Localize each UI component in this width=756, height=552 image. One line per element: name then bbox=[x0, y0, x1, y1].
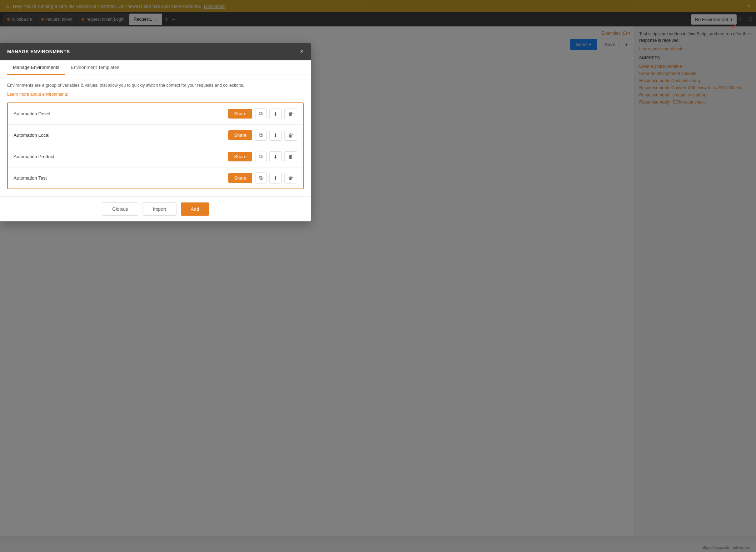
env-name[interactable]: Automation Local bbox=[14, 132, 228, 138]
duplicate-button-test[interactable]: ⧉ bbox=[255, 172, 267, 184]
env-actions: Share ⧉ ⬇ 🗑 bbox=[228, 108, 297, 119]
duplicate-button-devel[interactable]: ⧉ bbox=[255, 108, 267, 119]
env-name[interactable]: Automation Product bbox=[14, 154, 228, 159]
share-button-test[interactable]: Share bbox=[228, 173, 252, 183]
env-actions: Share ⧉ ⬇ 🗑 bbox=[228, 172, 297, 184]
share-button-local[interactable]: Share bbox=[228, 130, 252, 140]
env-actions: Share ⧉ ⬇ 🗑 bbox=[228, 151, 297, 162]
download-button-local[interactable]: ⬇ bbox=[269, 130, 282, 141]
tab-environment-templates[interactable]: Environment Templates bbox=[65, 60, 125, 75]
env-actions: Share ⧉ ⬇ 🗑 bbox=[228, 130, 297, 141]
share-button-devel[interactable]: Share bbox=[228, 109, 252, 119]
globals-button[interactable]: Globals bbox=[102, 202, 138, 216]
modal-footer: Globals Import Add bbox=[0, 196, 311, 221]
env-name[interactable]: Automation Devel bbox=[14, 111, 228, 116]
env-item-local: Automation Local Share ⧉ ⬇ 🗑 bbox=[8, 125, 303, 146]
environment-list: Automation Devel Share ⧉ ⬇ 🗑 Automation … bbox=[7, 102, 304, 189]
manage-environments-modal: MANAGE ENVIRONMENTS × Manage Environment… bbox=[0, 43, 311, 221]
download-button-test[interactable]: ⬇ bbox=[269, 173, 282, 184]
duplicate-button-product[interactable]: ⧉ bbox=[255, 151, 267, 162]
env-item-test: Automation Test Share ⧉ ⬇ 🗑 bbox=[8, 167, 303, 189]
env-name[interactable]: Automation Test bbox=[14, 175, 228, 181]
env-item-product: Automation Product Share ⧉ ⬇ 🗑 bbox=[8, 146, 303, 167]
modal-header: MANAGE ENVIRONMENTS × bbox=[0, 43, 311, 60]
duplicate-button-local[interactable]: ⧉ bbox=[255, 130, 267, 141]
delete-button-test[interactable]: 🗑 bbox=[284, 173, 297, 184]
tab-manage-environments[interactable]: Manage Environments bbox=[7, 60, 65, 75]
download-button-product[interactable]: ⬇ bbox=[269, 151, 282, 162]
download-button-devel[interactable]: ⬇ bbox=[269, 109, 282, 119]
delete-button-local[interactable]: 🗑 bbox=[284, 130, 297, 141]
share-button-product[interactable]: Share bbox=[228, 152, 252, 161]
import-button[interactable]: Import bbox=[143, 202, 176, 216]
modal-overlay: MANAGE ENVIRONMENTS × Manage Environment… bbox=[0, 0, 756, 536]
add-button[interactable]: Add bbox=[181, 202, 209, 216]
delete-button-product[interactable]: 🗑 bbox=[284, 151, 297, 162]
env-item-devel: Automation Devel Share ⧉ ⬇ 🗑 bbox=[8, 103, 303, 125]
learn-environments-link[interactable]: Learn more about environments bbox=[7, 92, 304, 97]
modal-body: Environments are a group of variables & … bbox=[0, 75, 311, 196]
modal-description: Environments are a group of variables & … bbox=[7, 82, 304, 89]
delete-button-devel[interactable]: 🗑 bbox=[284, 109, 297, 119]
modal-tabs: Manage Environments Environment Template… bbox=[0, 60, 311, 75]
modal-title: MANAGE ENVIRONMENTS bbox=[7, 49, 70, 54]
modal-close-button[interactable]: × bbox=[300, 48, 304, 55]
